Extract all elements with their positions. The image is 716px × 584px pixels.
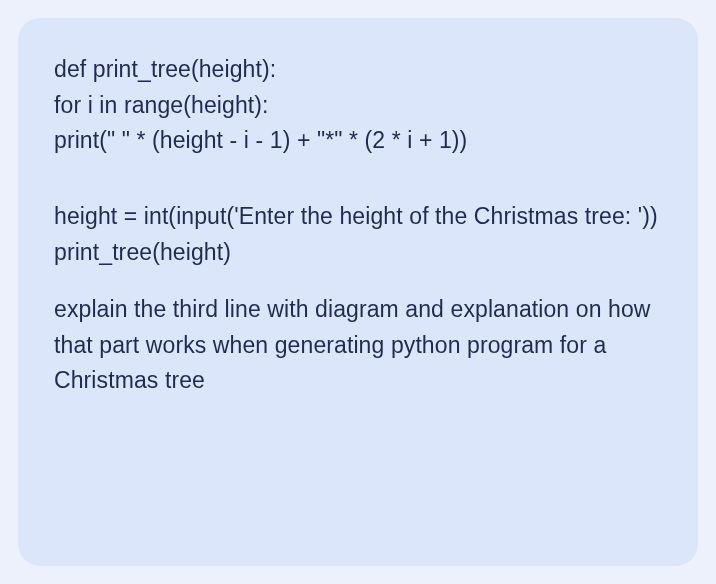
page: def print_tree(height): for i in range(h… (0, 0, 716, 584)
code-line-1: def print_tree(height): (54, 52, 662, 88)
spacer (54, 270, 662, 292)
code-line-2: for i in range(height): (54, 88, 662, 124)
code-line-5: print_tree(height) (54, 235, 662, 271)
code-line-3: print(" " * (height - i - 1) + "*" * (2 … (54, 123, 662, 159)
question-text: explain the third line with diagram and … (54, 292, 662, 399)
content-card: def print_tree(height): for i in range(h… (18, 18, 698, 566)
code-line-4: height = int(input('Enter the height of … (54, 199, 662, 235)
spacer (54, 159, 662, 199)
